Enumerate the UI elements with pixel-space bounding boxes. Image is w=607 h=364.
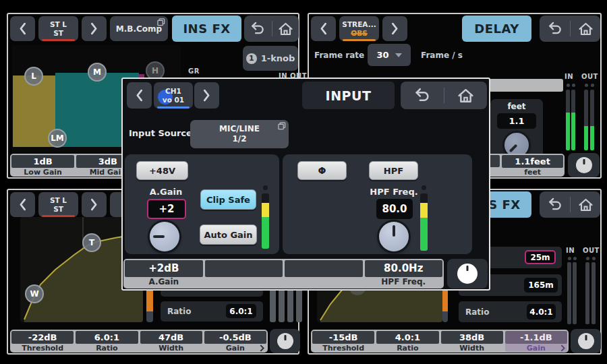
param-cell-gain[interactable]: -0.5dB Gain (204, 331, 266, 352)
page-title-tab[interactable]: INS FX (172, 16, 241, 42)
chevron-right-icon (90, 22, 98, 35)
next-channel-button[interactable] (82, 192, 107, 217)
home-icon[interactable] (578, 198, 594, 212)
param-value: -22dB (11, 331, 74, 344)
chevron-left-icon (19, 198, 26, 211)
handle-mid[interactable]: M (88, 63, 107, 82)
attack-value[interactable]: 25m (525, 250, 556, 264)
dropdown-arrow-icon (395, 53, 402, 57)
input-level-meter (262, 193, 269, 249)
in-meter-left (567, 262, 571, 324)
channel-name: CH1 (165, 87, 181, 96)
param-label: Gain (527, 344, 546, 353)
release-value[interactable]: 165m (524, 278, 558, 293)
again-value[interactable]: +2 (147, 199, 186, 219)
page-title: INS FX (183, 22, 230, 36)
param-cell-lowgain[interactable]: 1dB Low Gain (11, 155, 74, 176)
undo-icon[interactable] (250, 22, 266, 36)
clip-safe-button[interactable]: Clip Safe (200, 189, 256, 210)
home-icon[interactable] (278, 22, 293, 36)
handle-low[interactable]: L (24, 67, 43, 86)
channel-select-button[interactable]: STREA... OBS (339, 16, 379, 41)
touch-and-turn-knob-button[interactable] (568, 153, 600, 177)
again-knob[interactable] (150, 222, 179, 251)
channel-select-button[interactable]: CH1 vo 01 (154, 82, 193, 109)
one-knob-label: 1-knob (261, 53, 295, 63)
next-channel-button[interactable] (382, 16, 407, 41)
auto-gain-button[interactable]: Auto Gain (200, 224, 257, 245)
meter-dot (573, 257, 577, 260)
one-knob-button[interactable]: 1 1-knob (243, 46, 298, 71)
param-cell-ratio[interactable]: 4.0:1 Ratio (376, 331, 438, 352)
effect-select-button[interactable]: M.B.Comp (110, 16, 168, 41)
hpf-freq-value[interactable]: 80.0 (376, 199, 413, 219)
prev-channel-button[interactable] (10, 192, 35, 217)
ratio-row: Ratio 6.0:1 (161, 301, 263, 322)
param-label: Threshold (312, 344, 374, 353)
prev-channel-button[interactable] (10, 16, 35, 41)
meter-dot (592, 257, 596, 260)
divider (570, 197, 571, 212)
touch-and-turn-knob-button[interactable] (270, 329, 300, 353)
phase-button[interactable]: Φ (297, 161, 347, 180)
touch-and-turn-knob-button[interactable] (571, 329, 601, 353)
ratio-row: Ratio 4.0:1 (459, 301, 562, 322)
meter-dot (585, 84, 588, 87)
home-icon[interactable] (578, 22, 594, 36)
home-icon[interactable] (457, 88, 474, 103)
param-cell-threshold[interactable]: -15dB Threshold (312, 331, 374, 352)
param-cell-width[interactable]: 38dB Width (441, 331, 503, 352)
handle-lowmid[interactable]: LM (48, 129, 67, 148)
param-cell-width[interactable]: 47dB Width (140, 331, 202, 352)
param-cell-again[interactable]: +2dB A.Gain (125, 260, 203, 288)
handle-threshold[interactable]: T (82, 233, 101, 252)
param-cell[interactable] (285, 260, 363, 288)
hpf-knob[interactable] (379, 222, 409, 251)
next-channel-button[interactable] (194, 82, 219, 109)
param-cell-feet[interactable]: 1.1feet feet (502, 155, 563, 176)
feet-label: feet (490, 102, 543, 111)
channel-color-underline (42, 39, 75, 41)
input-source-line1: MIC/LINE (219, 124, 260, 134)
undo-icon[interactable] (547, 22, 563, 36)
out-meter-left (585, 262, 589, 324)
channel-select-button[interactable]: ST L ST (38, 192, 78, 217)
input-source-button[interactable]: MIC/LINE 1/2 (190, 120, 289, 148)
in-meter-right (571, 90, 575, 150)
ratio-value[interactable]: 6.0:1 (226, 304, 256, 318)
page-title-tab[interactable]: DELAY (462, 16, 531, 42)
nav-group (244, 16, 299, 42)
meter-dot (568, 257, 571, 260)
one-knob-badge-icon: 1 (246, 53, 257, 64)
delay-feet-card: feet 1.1 (490, 99, 543, 161)
param-label: Ratio (376, 344, 438, 353)
param-cell-hpf-freq[interactable]: 80.0Hz HPF Freq. (365, 260, 443, 288)
prev-channel-button[interactable] (127, 82, 152, 109)
channel-sub: OBS (351, 29, 368, 38)
param-label: Ratio (76, 344, 138, 353)
param-cell-threshold[interactable]: -22dB Threshold (11, 331, 74, 352)
prev-channel-button[interactable] (311, 16, 336, 41)
handle-width[interactable]: W (25, 284, 44, 303)
undo-icon[interactable] (413, 88, 431, 103)
ratio-value[interactable]: 4.0:1 (527, 304, 556, 320)
param-cell[interactable] (205, 260, 283, 288)
param-cell-gain-selected[interactable]: -1.1dB Gain (505, 331, 567, 352)
phantom-48v-button[interactable]: +48V (136, 161, 188, 180)
delay-scale-bar (489, 79, 563, 92)
feet-value[interactable]: 1.1 (497, 113, 536, 129)
out-label: OUT (583, 247, 600, 254)
gr-label: GR (188, 67, 200, 75)
param-strip: +2dB A.Gain 80.0Hz HPF Freq. (123, 259, 444, 289)
nav-group (401, 82, 487, 109)
param-label: Gain (226, 344, 245, 353)
undo-icon[interactable] (547, 198, 563, 212)
frame-rate-dropdown[interactable]: 30 (368, 44, 411, 66)
next-channel-button[interactable] (82, 16, 107, 41)
hpf-label: HPF (384, 166, 403, 176)
hpf-button[interactable]: HPF (369, 161, 418, 180)
param-cell-ratio[interactable]: 6.0:1 Ratio (76, 331, 138, 352)
channel-sub: ST (53, 29, 63, 38)
channel-select-button[interactable]: ST L ST (38, 16, 78, 41)
touch-and-turn-knob-button[interactable] (447, 259, 488, 289)
